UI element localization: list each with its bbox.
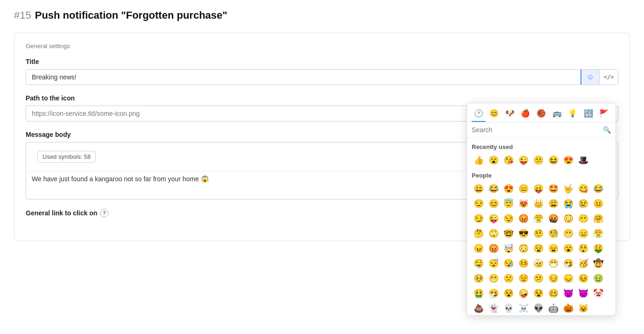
emoji-item[interactable]: 💀 (502, 301, 516, 315)
emoji-item[interactable]: 🤧 (561, 256, 575, 270)
emoji-item[interactable]: 😲 (576, 242, 590, 256)
emoji-item[interactable]: 🤨 (531, 227, 545, 241)
emoji-item[interactable]: 🤗 (591, 212, 605, 226)
emoji-item[interactable]: 😳 (517, 242, 531, 256)
emoji-item[interactable]: 😘 (502, 153, 516, 167)
emoji-item[interactable]: 😀 (472, 182, 486, 196)
emoji-item[interactable]: 🥴 (546, 286, 560, 300)
emoji-item[interactable]: 😛 (531, 182, 545, 196)
emoji-search-input[interactable] (472, 126, 600, 134)
emoji-item[interactable]: 😢 (576, 197, 590, 211)
emoji-item[interactable]: 😞 (561, 271, 575, 285)
emoji-item[interactable]: 💩 (472, 301, 486, 315)
emoji-item[interactable]: 🤤 (472, 256, 486, 270)
emoji-item[interactable]: 😔 (546, 271, 560, 285)
emoji-item[interactable]: 🤕 (531, 256, 545, 270)
emoji-item[interactable]: 🤒 (517, 256, 531, 270)
emoji-item[interactable]: 🙄 (487, 227, 501, 241)
emoji-item[interactable]: 🎃 (561, 301, 575, 315)
emoji-item[interactable]: 😠 (472, 242, 486, 256)
emoji-item[interactable]: 🤯 (502, 242, 516, 256)
emoji-item[interactable]: 😕 (531, 271, 545, 285)
emoji-item[interactable]: 🎩 (576, 153, 590, 167)
emoji-item[interactable]: 🥺 (472, 271, 486, 285)
emoji-item[interactable]: 😈 (561, 286, 575, 300)
emoji-item[interactable]: 😜 (487, 212, 501, 226)
emoji-item[interactable]: 😒 (502, 212, 516, 226)
emoji-item[interactable]: 🤔 (472, 227, 486, 241)
emoji-tab-sports[interactable]: 🏀 (534, 107, 548, 122)
emoji-item[interactable]: 🤟 (561, 182, 575, 196)
emoji-item[interactable]: 😬 (561, 227, 575, 241)
code-insert-button[interactable]: </> (599, 70, 618, 85)
emoji-item[interactable]: 😒 (472, 197, 486, 211)
emoji-item[interactable]: 🧐 (546, 227, 560, 241)
emoji-item[interactable]: 😪 (502, 256, 516, 270)
emoji-item[interactable]: 😣 (576, 271, 590, 285)
emoji-tab-people[interactable]: 😊 (488, 107, 502, 122)
emoji-item[interactable]: 😇 (502, 197, 516, 211)
emoji-item[interactable]: 😦 (546, 242, 560, 256)
emoji-item[interactable]: 😍 (561, 153, 575, 167)
emoji-item[interactable]: 🤢 (591, 271, 605, 285)
emoji-item[interactable]: 👑 (531, 197, 545, 211)
emoji-item[interactable]: 😕 (531, 153, 545, 167)
help-icon[interactable]: ? (100, 209, 108, 217)
emoji-item[interactable]: 😮 (487, 153, 501, 167)
emoji-item[interactable]: 😑 (517, 182, 531, 196)
emoji-item[interactable]: 😵 (502, 286, 516, 300)
title-input[interactable] (26, 70, 580, 85)
emoji-item[interactable]: 🥳 (576, 256, 590, 270)
emoji-item[interactable]: 😶 (576, 212, 590, 226)
emoji-tab-travel[interactable]: 🚌 (550, 107, 564, 122)
emoji-item[interactable]: 😭 (561, 197, 575, 211)
emoji-item[interactable]: 😺 (576, 301, 590, 315)
emoji-item[interactable]: 😬 (487, 271, 501, 285)
emoji-insert-button[interactable]: ☺ (580, 70, 599, 85)
emoji-item[interactable]: 🤬 (546, 212, 560, 226)
emoji-item[interactable]: 😜 (517, 153, 531, 167)
emoji-item[interactable]: 😑 (576, 227, 590, 241)
emoji-item[interactable]: 🤩 (546, 182, 560, 196)
emoji-item[interactable]: 😵 (531, 286, 545, 300)
emoji-item[interactable]: 🤮 (472, 286, 486, 300)
emoji-item[interactable]: 👍 (472, 153, 486, 167)
emoji-tab-symbols[interactable]: 🔣 (581, 107, 595, 122)
emoji-item[interactable]: 👿 (576, 286, 590, 300)
emoji-item[interactable]: 🤑 (591, 242, 605, 256)
emoji-item[interactable]: 🤧 (487, 286, 501, 300)
emoji-item[interactable]: 😏 (472, 212, 486, 226)
emoji-item[interactable]: 😟 (517, 271, 531, 285)
emoji-tab-animals[interactable]: 🐶 (503, 107, 517, 122)
emoji-tab-objects[interactable]: 💡 (566, 107, 580, 122)
emoji-item[interactable]: 😤 (531, 212, 545, 226)
emoji-item[interactable]: 😆 (546, 153, 560, 167)
emoji-item[interactable]: 👻 (487, 301, 501, 315)
emoji-item[interactable]: 🤡 (591, 286, 605, 300)
emoji-tab-food[interactable]: 🍎 (519, 107, 533, 122)
emoji-item[interactable]: 😻 (517, 197, 531, 211)
emoji-item[interactable]: 😂 (487, 182, 501, 196)
emoji-item[interactable]: 😧 (531, 242, 545, 256)
emoji-item[interactable]: 😮 (561, 242, 575, 256)
emoji-item[interactable]: 🤪 (517, 286, 531, 300)
emoji-item[interactable]: ☠️ (517, 301, 531, 315)
emoji-item[interactable]: 🤖 (546, 301, 560, 315)
emoji-item[interactable]: 🙁 (502, 271, 516, 285)
emoji-item[interactable]: 😩 (546, 197, 560, 211)
emoji-item[interactable]: 😡 (517, 212, 531, 226)
emoji-item[interactable]: 🤓 (502, 227, 516, 241)
emoji-item[interactable]: 😡 (487, 242, 501, 256)
emoji-item[interactable]: 😂 (591, 182, 605, 196)
emoji-item[interactable]: 😎 (517, 227, 531, 241)
emoji-item[interactable]: 👽 (531, 301, 545, 315)
emoji-scroll-area[interactable]: Recently used 👍 😮 😘 😜 😕 😆 😍 🎩 People 😀 😂… (467, 138, 616, 315)
emoji-item[interactable]: 😋 (576, 182, 590, 196)
emoji-item[interactable]: 😴 (487, 256, 501, 270)
emoji-tab-recent[interactable]: 🕐 (472, 107, 486, 122)
emoji-tab-flags[interactable]: 🚩 (597, 107, 611, 122)
emoji-item[interactable]: 😤 (591, 227, 605, 241)
emoji-item[interactable]: 😐 (591, 197, 605, 211)
emoji-item[interactable]: 😷 (546, 256, 560, 270)
emoji-item[interactable]: 😍 (502, 182, 516, 196)
